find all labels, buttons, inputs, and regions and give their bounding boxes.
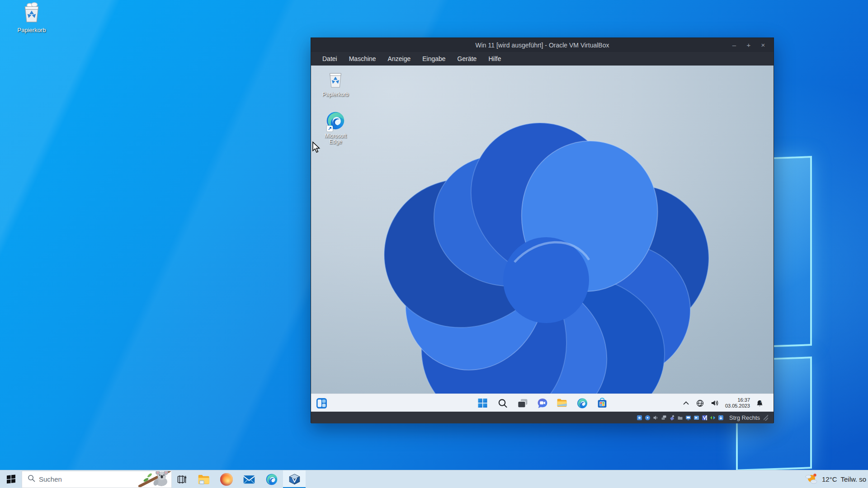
- weather-temperature: 12°C: [822, 475, 837, 483]
- win11-bloom-wallpaper: [311, 66, 774, 412]
- resize-grip[interactable]: [764, 414, 768, 421]
- usb-icon[interactable]: [669, 414, 675, 421]
- tray-chevron-up-icon[interactable]: [682, 397, 691, 409]
- win11-start-button[interactable]: [476, 397, 489, 409]
- host-desktop: Papierkorb Win 11 [wird ausgeführt] - Or…: [0, 0, 868, 488]
- features-icon[interactable]: [701, 414, 708, 421]
- vbox-window-title: Win 11 [wird ausgeführt] - Oracle VM Vir…: [311, 42, 774, 49]
- menu-datei[interactable]: Datei: [317, 53, 342, 64]
- host-virtualbox-button[interactable]: [283, 470, 306, 488]
- guest-screen[interactable]: Papierkorb: [311, 66, 774, 412]
- search-icon: [28, 474, 35, 484]
- menu-hilfe[interactable]: Hilfe: [483, 53, 506, 64]
- display-icon[interactable]: [685, 414, 691, 421]
- tray-clock[interactable]: 16:37 03.05.2023: [725, 397, 750, 409]
- svg-text:z: z: [760, 400, 762, 403]
- host-mail-button[interactable]: [238, 470, 260, 488]
- vbox-menubar: Datei Maschine Anzeige Eingabe Geräte Hi…: [311, 52, 774, 66]
- tray-notification-bell-icon[interactable]: z: [755, 397, 764, 409]
- maximize-button[interactable]: +: [743, 40, 755, 50]
- shortcut-arrow-icon: [327, 126, 333, 131]
- optical-disk-icon[interactable]: [644, 414, 651, 421]
- guest-recycle-bin-label: Papierkorb: [316, 92, 354, 98]
- file-explorer-button[interactable]: [556, 397, 568, 409]
- vbox-statusbar: Strg Rechts: [311, 412, 774, 423]
- menu-geraete[interactable]: Geräte: [453, 53, 482, 64]
- edge-icon: [326, 111, 345, 131]
- win11-search-button[interactable]: [496, 397, 509, 409]
- audio-icon[interactable]: [652, 414, 659, 421]
- chat-button[interactable]: [536, 397, 548, 409]
- recycle-bin-icon: [326, 70, 344, 89]
- host-taskbar: 12°C Teilw. so: [0, 470, 868, 488]
- menu-maschine[interactable]: Maschine: [344, 53, 381, 64]
- mouse-integration-icon[interactable]: [709, 414, 716, 421]
- host-task-view-button[interactable]: [172, 470, 193, 488]
- menu-eingabe[interactable]: Eingabe: [417, 53, 450, 64]
- tray-date: 03.05.2023: [725, 403, 750, 409]
- host-search-box[interactable]: [22, 471, 172, 488]
- search-highlight-koala-image[interactable]: [136, 471, 171, 488]
- taskbar-weather-widget[interactable]: 12°C Teilw. so: [802, 470, 868, 488]
- tray-speaker-icon[interactable]: [710, 397, 721, 409]
- host-recycle-bin[interactable]: Papierkorb: [8, 1, 55, 33]
- guest-edge-label: Microsoft Edge: [316, 133, 354, 145]
- host-start-button[interactable]: [0, 470, 22, 488]
- recycle-bin-icon: [21, 1, 42, 24]
- widgets-button[interactable]: [316, 397, 328, 409]
- host-key-label: Strg Rechts: [729, 414, 760, 421]
- host-recycle-bin-label: Papierkorb: [8, 27, 55, 33]
- shared-folder-icon[interactable]: [677, 414, 683, 421]
- host-edge-button[interactable]: [260, 470, 283, 488]
- minimize-button[interactable]: –: [728, 40, 740, 50]
- guest-edge-shortcut[interactable]: Microsoft Edge: [316, 111, 354, 145]
- weather-condition: Teilw. so: [841, 475, 867, 483]
- search-input[interactable]: [35, 475, 136, 483]
- network-icon[interactable]: [660, 414, 667, 421]
- keyboard-capture-icon[interactable]: [717, 414, 724, 421]
- host-file-explorer-button[interactable]: [193, 470, 215, 488]
- virtualbox-window: Win 11 [wird ausgeführt] - Oracle VM Vir…: [311, 38, 774, 423]
- tray-network-globe-icon[interactable]: [695, 397, 705, 409]
- recording-icon[interactable]: [693, 414, 699, 421]
- store-button[interactable]: [596, 397, 608, 409]
- edge-button[interactable]: [576, 397, 588, 409]
- menu-anzeige[interactable]: Anzeige: [383, 53, 416, 64]
- tray-time: 16:37: [725, 397, 750, 403]
- vbox-titlebar[interactable]: Win 11 [wird ausgeführt] - Oracle VM Vir…: [311, 38, 774, 52]
- win11-taskbar: 16:37 03.05.2023 z: [311, 394, 774, 412]
- weather-icon: [805, 472, 818, 487]
- task-view-button[interactable]: [516, 397, 528, 409]
- mouse-cursor: [312, 141, 321, 155]
- close-button[interactable]: ×: [757, 40, 769, 50]
- guest-recycle-bin[interactable]: Papierkorb: [316, 70, 354, 98]
- host-firefox-button[interactable]: [215, 470, 238, 488]
- hdd-icon[interactable]: [636, 414, 642, 421]
